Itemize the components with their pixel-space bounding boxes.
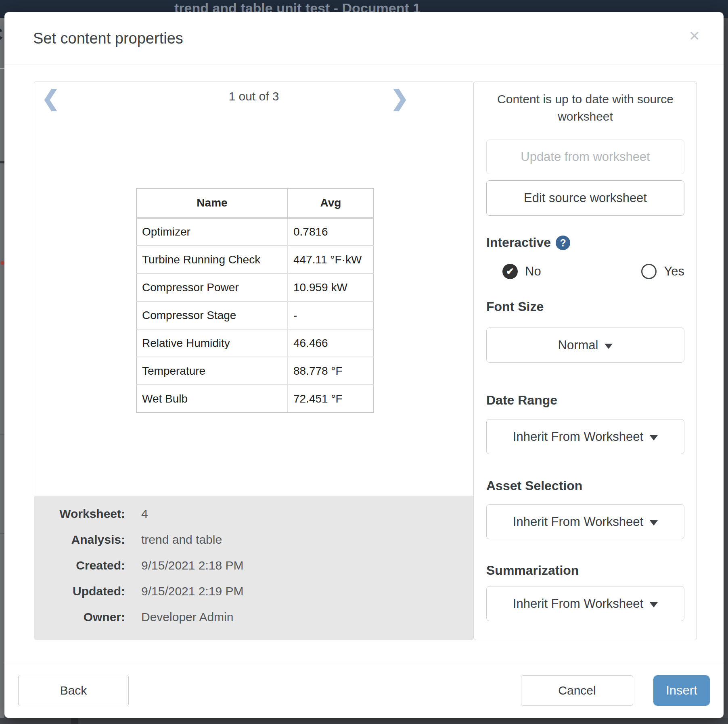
meta-value: Developer Admin: [141, 610, 233, 624]
radio-label-no: No: [525, 264, 541, 279]
table-row: Relative Humidity 46.466: [136, 329, 374, 357]
content-preview-panel: ❮ 1 out of 3 ❯ Name Avg Optimizer 0.7816…: [34, 81, 474, 640]
background-red-dot: [0, 261, 4, 265]
cell-avg: -: [288, 301, 374, 329]
help-icon[interactable]: ?: [556, 236, 570, 250]
column-header-avg: Avg: [288, 188, 374, 218]
radio-option-yes[interactable]: Yes: [641, 264, 684, 279]
meta-row-created: Created: 9/15/2021 2:18 PM: [34, 557, 473, 574]
font-size-value: Normal: [558, 338, 598, 353]
date-range-dropdown[interactable]: Inherit From Worksheet: [486, 419, 684, 454]
meta-label: Worksheet:: [34, 507, 125, 521]
radio-checked-icon: ✔: [502, 264, 518, 279]
meta-value: 4: [141, 507, 148, 521]
meta-label: Updated:: [34, 584, 125, 598]
summarization-dropdown[interactable]: Inherit From Worksheet: [486, 586, 684, 621]
background-glyph-top: C: [0, 23, 3, 45]
date-range-label: Date Range: [486, 393, 684, 408]
cell-name: Turbine Running Check: [136, 246, 288, 273]
date-range-value: Inherit From Worksheet: [513, 430, 643, 444]
cell-name: Wet Bulb: [136, 385, 288, 413]
table-row: Compressor Power 10.959 kW: [136, 273, 374, 301]
update-from-worksheet-button[interactable]: Update from worksheet: [486, 140, 684, 174]
meta-value: 9/15/2021 2:19 PM: [141, 584, 244, 598]
meta-row-worksheet: Worksheet: 4: [34, 506, 473, 522]
meta-value: 9/15/2021 2:18 PM: [141, 559, 244, 572]
set-content-properties-dialog: Set content properties ✕ ❮ 1 out of 3 ❯ …: [4, 12, 724, 718]
radio-option-no[interactable]: ✔ No: [502, 264, 541, 279]
summarization-value: Inherit From Worksheet: [513, 597, 643, 611]
table-row: Turbine Running Check 447.11 °F·kW: [136, 246, 374, 273]
interactive-label: Interactive: [486, 235, 551, 250]
content-options-panel: Content is up to date with source worksh…: [474, 81, 697, 640]
table-row: Compressor Stage -: [136, 301, 374, 329]
cell-avg: 447.11 °F·kW: [288, 246, 374, 273]
preview-table: Name Avg Optimizer 0.7816 Turbine Runnin…: [136, 188, 374, 413]
meta-value: trend and table: [141, 533, 222, 547]
background-divider-line-3: [0, 533, 4, 534]
table-row: Optimizer 0.7816: [136, 218, 374, 246]
radio-label-yes: Yes: [664, 264, 684, 279]
meta-label: Analysis:: [34, 533, 125, 547]
asset-selection-value: Inherit From Worksheet: [513, 515, 643, 529]
insert-button[interactable]: Insert: [653, 675, 710, 706]
content-metadata-footer: Worksheet: 4 Analysis: trend and table C…: [34, 497, 473, 640]
asset-selection-dropdown[interactable]: Inherit From Worksheet: [486, 504, 684, 539]
cell-name: Optimizer: [136, 218, 288, 246]
next-content-icon[interactable]: ❯: [391, 87, 409, 109]
column-header-name: Name: [136, 188, 288, 218]
font-size-label: Font Size: [486, 299, 684, 314]
background-left-edge: C e: [0, 18, 4, 718]
sync-status-text: Content is up to date with source worksh…: [486, 90, 684, 125]
cell-avg: 88.778 °F: [288, 357, 374, 385]
radio-unchecked-icon: [641, 264, 657, 279]
interactive-setting: Interactive ?: [486, 235, 684, 250]
cell-avg: 46.466: [288, 329, 374, 357]
font-size-dropdown[interactable]: Normal: [486, 328, 684, 363]
meta-label: Owner:: [34, 610, 125, 624]
background-dark-line: [0, 161, 4, 163]
table-row: Wet Bulb 72.451 °F: [136, 385, 374, 413]
header-divider: [4, 65, 724, 65]
background-bottom-mark: [71, 718, 78, 724]
meta-row-analysis: Analysis: trend and table: [34, 532, 473, 548]
interactive-radio-group: ✔ No Yes: [486, 264, 684, 279]
caret-down-icon: [650, 435, 658, 440]
back-button[interactable]: Back: [18, 675, 129, 706]
asset-selection-label: Asset Selection: [486, 478, 684, 493]
dialog-footer: Back Cancel Insert: [4, 663, 724, 718]
table-row: Temperature 88.778 °F: [136, 357, 374, 385]
caret-down-icon: [605, 344, 613, 349]
dialog-title: Set content properties: [33, 30, 183, 47]
background-divider-line-2: [0, 434, 4, 435]
meta-row-owner: Owner: Developer Admin: [34, 609, 473, 625]
cell-avg: 72.451 °F: [288, 385, 374, 413]
cell-name: Compressor Stage: [136, 301, 288, 329]
cell-name: Relative Humidity: [136, 329, 288, 357]
close-icon[interactable]: ✕: [689, 29, 701, 43]
cell-name: Compressor Power: [136, 273, 288, 301]
cancel-button[interactable]: Cancel: [521, 675, 633, 706]
caret-down-icon: [650, 520, 658, 526]
cell-name: Temperature: [136, 357, 288, 385]
background-bottom-edge: [0, 718, 728, 724]
cell-avg: 0.7816: [288, 218, 374, 246]
caret-down-icon: [650, 602, 658, 607]
meta-label: Created:: [34, 559, 125, 572]
cell-avg: 10.959 kW: [288, 273, 374, 301]
edit-source-worksheet-button[interactable]: Edit source worksheet: [486, 180, 684, 216]
meta-row-updated: Updated: 9/15/2021 2:19 PM: [34, 583, 473, 599]
table-header-row: Name Avg: [136, 188, 374, 218]
background-divider-line: [0, 68, 4, 69]
summarization-label: Summarization: [486, 563, 684, 578]
